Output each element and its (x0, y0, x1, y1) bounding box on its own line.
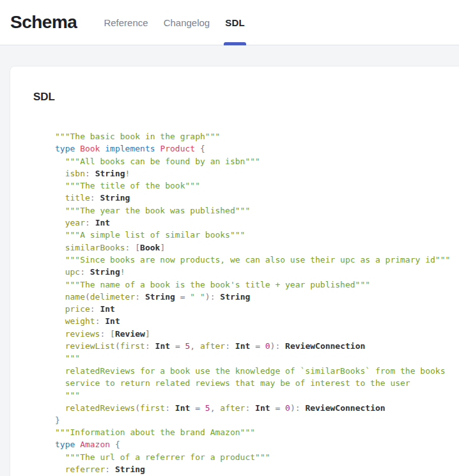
sdl-code-block: """The basic book in the graph"""type Bo… (55, 130, 459, 476)
code-line: title: String (55, 192, 459, 204)
tab-label: SDL (225, 17, 245, 28)
code-line: } (55, 414, 459, 426)
code-line: relatedReviews for a book use the knowle… (55, 365, 459, 377)
code-line: """The title of the book""" (55, 180, 459, 192)
code-line: weight: Int (55, 315, 459, 327)
code-line: """The year the book was published""" (55, 204, 459, 217)
content-area: SDL """The basic book in the graph"""typ… (0, 45, 459, 476)
sdl-card: SDL """The basic book in the graph"""typ… (10, 66, 459, 476)
tab-label: Reference (104, 17, 148, 28)
code-line: """The name of a book is the book's titl… (55, 279, 459, 291)
tab-reference[interactable]: Reference (96, 0, 155, 45)
code-line: reviewList(first: Int = 5, after: Int = … (55, 340, 459, 352)
tab-bar: ReferenceChangelogSDL (96, 0, 252, 45)
tab-changelog[interactable]: Changelog (156, 0, 218, 45)
code-line: name(delimeter: String = " "): String (55, 291, 459, 303)
code-line: year: Int (55, 217, 459, 229)
code-line: referrer: String (55, 463, 459, 475)
code-line: reviews: [Review] (55, 328, 459, 340)
code-line: type Amazon { (55, 438, 459, 450)
code-line: relatedReviews(first: Int = 5, after: In… (55, 402, 459, 414)
code-line: price: Int (55, 303, 459, 315)
code-line: upc: String! (55, 266, 459, 278)
tab-sdl[interactable]: SDL (217, 0, 253, 45)
code-line: """ (55, 352, 459, 364)
code-line: """The basic book in the graph""" (55, 130, 459, 142)
code-line: type Book implements Product { (55, 142, 459, 155)
code-line: """ (55, 389, 459, 401)
code-line: """The url of a referrer for a product""… (55, 451, 459, 463)
page-header: Schema ReferenceChangelogSDL (0, 0, 459, 45)
code-line: """Since books are now products, we can … (55, 254, 459, 266)
code-line: similarBooks: [Book] (55, 242, 459, 254)
page-title: Schema (10, 12, 77, 33)
code-line: """A simple list of similar books""" (55, 229, 459, 241)
code-line: """Information about the brand Amazon""" (55, 426, 459, 438)
tab-label: Changelog (164, 17, 210, 28)
code-line: """All books can be found by an isbn""" (55, 155, 459, 167)
code-line: service to return related reviews that m… (55, 377, 459, 389)
code-line: isbn: String! (55, 167, 459, 180)
sdl-heading: SDL (33, 91, 459, 104)
